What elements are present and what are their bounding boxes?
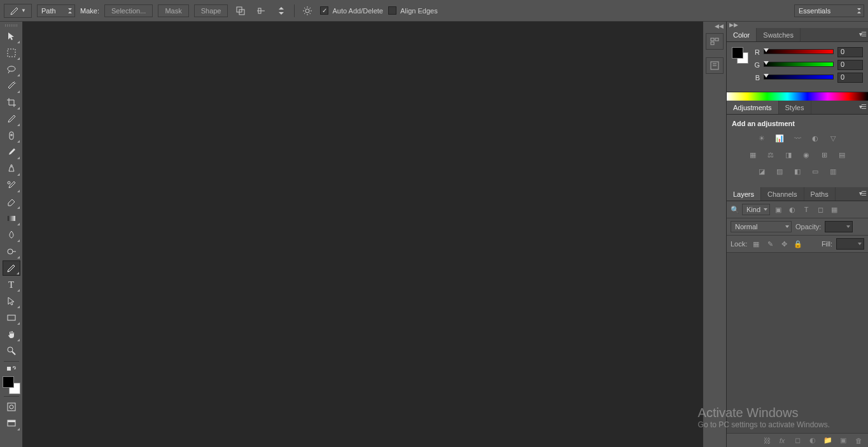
layers-list[interactable] bbox=[727, 253, 868, 433]
color-lookup-icon[interactable]: ▤ bbox=[836, 149, 848, 160]
healing-brush-tool[interactable] bbox=[3, 128, 20, 143]
pen-tool[interactable] bbox=[3, 260, 20, 276]
selective-color-icon[interactable]: ▥ bbox=[827, 166, 839, 177]
hue-sat-icon[interactable]: ▦ bbox=[746, 149, 759, 160]
eraser-tool[interactable] bbox=[3, 194, 20, 209]
magic-wand-tool[interactable] bbox=[3, 78, 20, 94]
lock-image-icon[interactable]: ✎ bbox=[765, 239, 775, 248]
panel-menu-icon[interactable] bbox=[859, 103, 865, 110]
tool-preset-picker[interactable]: ▼ bbox=[4, 4, 32, 18]
make-shape-button[interactable]: Shape bbox=[194, 4, 228, 17]
threshold-icon[interactable]: ◧ bbox=[791, 166, 804, 177]
crop-tool[interactable] bbox=[3, 95, 20, 110]
filter-pixel-icon[interactable]: ▣ bbox=[773, 204, 784, 215]
exposure-icon[interactable]: ◐ bbox=[809, 132, 822, 144]
lock-transparent-icon[interactable]: ▦ bbox=[751, 239, 761, 248]
make-selection-button[interactable]: Selection... bbox=[104, 4, 153, 17]
workspace-dropdown[interactable]: Essentials bbox=[794, 4, 864, 17]
blend-mode-dropdown[interactable]: Normal bbox=[731, 221, 792, 232]
fill-field[interactable] bbox=[836, 238, 864, 250]
pen-mode-dropdown[interactable]: Path bbox=[37, 4, 75, 17]
hand-tool[interactable] bbox=[3, 327, 20, 342]
opacity-field[interactable] bbox=[825, 221, 853, 232]
foreground-color[interactable] bbox=[3, 376, 14, 388]
make-mask-button[interactable]: Mask bbox=[158, 4, 188, 17]
layer-mask-icon[interactable]: ◻ bbox=[793, 436, 802, 444]
history-brush-tool[interactable] bbox=[3, 178, 20, 193]
lock-position-icon[interactable]: ✥ bbox=[779, 239, 789, 248]
curves-icon[interactable]: 〰 bbox=[791, 132, 804, 144]
vibrance-icon[interactable]: ▽ bbox=[827, 132, 839, 144]
new-fill-icon[interactable]: ◐ bbox=[808, 436, 817, 444]
lasso-tool[interactable] bbox=[3, 62, 20, 77]
tab-swatches[interactable]: Swatches bbox=[757, 28, 801, 41]
rectangle-tool[interactable] bbox=[3, 310, 20, 325]
brightness-contrast-icon[interactable]: ☀ bbox=[755, 132, 768, 144]
move-tool[interactable] bbox=[3, 29, 20, 44]
zoom-tool[interactable] bbox=[3, 343, 20, 358]
blur-tool[interactable] bbox=[3, 227, 20, 243]
path-operations-icon[interactable] bbox=[233, 3, 248, 18]
tab-channels[interactable]: Channels bbox=[761, 187, 804, 201]
filter-adjust-icon[interactable]: ◐ bbox=[787, 204, 798, 215]
color-spectrum[interactable] bbox=[727, 92, 868, 101]
tab-color[interactable]: Color bbox=[727, 28, 757, 41]
green-value-input[interactable]: 0 bbox=[837, 60, 863, 70]
color-fgbg-mini[interactable] bbox=[732, 47, 748, 64]
photo-filter-icon[interactable]: ◉ bbox=[800, 149, 813, 160]
panel-expand-icon[interactable]: ▶▶ bbox=[727, 22, 868, 28]
link-layers-icon[interactable]: ⛓ bbox=[762, 437, 771, 444]
tab-styles[interactable]: Styles bbox=[779, 101, 811, 114]
red-slider[interactable] bbox=[764, 49, 834, 55]
levels-icon[interactable]: 📊 bbox=[773, 132, 786, 144]
color-balance-icon[interactable]: ⚖ bbox=[764, 149, 777, 160]
new-layer-icon[interactable]: ▣ bbox=[839, 436, 848, 444]
posterize-icon[interactable]: ▨ bbox=[773, 166, 786, 177]
blue-slider[interactable] bbox=[764, 74, 834, 81]
quick-mask-tool[interactable] bbox=[3, 399, 20, 415]
tab-paths[interactable]: Paths bbox=[804, 187, 836, 201]
gradient-tool[interactable] bbox=[3, 211, 20, 226]
invert-icon[interactable]: ◪ bbox=[755, 166, 768, 177]
lock-all-icon[interactable]: 🔒 bbox=[793, 239, 803, 248]
panel-grip[interactable] bbox=[0, 23, 22, 28]
new-group-icon[interactable]: 📁 bbox=[823, 436, 832, 444]
dodge-tool[interactable] bbox=[3, 244, 20, 259]
delete-layer-icon[interactable]: 🗑 bbox=[854, 437, 863, 444]
green-slider[interactable] bbox=[764, 62, 834, 68]
screen-mode-tool[interactable] bbox=[3, 416, 20, 431]
tab-layers[interactable]: Layers bbox=[727, 187, 761, 201]
auto-add-delete-checkbox[interactable]: Auto Add/Delete bbox=[320, 6, 383, 15]
panel-menu-icon[interactable] bbox=[859, 190, 865, 197]
filter-type-icon[interactable]: T bbox=[801, 204, 812, 215]
properties-panel-icon[interactable] bbox=[706, 57, 724, 74]
history-panel-icon[interactable] bbox=[706, 33, 724, 50]
make-label: Make: bbox=[80, 7, 99, 15]
path-arrange-icon[interactable] bbox=[274, 3, 289, 18]
dock-collapse-icon[interactable]: ◀◀ bbox=[703, 23, 726, 29]
filter-smart-icon[interactable]: ▦ bbox=[829, 204, 840, 215]
gradient-map-icon[interactable]: ▭ bbox=[809, 166, 822, 177]
marquee-tool[interactable] bbox=[3, 45, 20, 60]
brush-tool[interactable] bbox=[3, 145, 20, 160]
red-value-input[interactable]: 0 bbox=[837, 47, 863, 57]
type-tool[interactable]: T bbox=[3, 277, 20, 292]
clone-stamp-tool[interactable] bbox=[3, 161, 20, 176]
align-edges-checkbox[interactable]: Align Edges bbox=[388, 6, 438, 15]
bw-icon[interactable]: ◨ bbox=[782, 149, 795, 160]
eyedropper-tool[interactable] bbox=[3, 111, 20, 127]
path-align-icon[interactable] bbox=[253, 3, 269, 18]
collapsed-dock-strip: ◀◀ bbox=[703, 22, 727, 447]
foreground-background-colors[interactable] bbox=[3, 376, 20, 394]
gear-icon[interactable] bbox=[300, 3, 315, 18]
path-selection-tool[interactable] bbox=[3, 294, 20, 309]
channel-mixer-icon[interactable]: ⊞ bbox=[818, 149, 830, 160]
swap-colors-icon[interactable] bbox=[3, 364, 20, 373]
panel-menu-icon[interactable] bbox=[859, 31, 865, 38]
filter-kind-dropdown[interactable]: Kind bbox=[742, 204, 770, 215]
canvas-area[interactable] bbox=[23, 22, 703, 447]
layer-fx-icon[interactable]: fx bbox=[778, 437, 787, 444]
tab-adjustments[interactable]: Adjustments bbox=[727, 101, 779, 114]
filter-shape-icon[interactable]: ◻ bbox=[815, 204, 826, 215]
blue-value-input[interactable]: 0 bbox=[837, 73, 863, 83]
